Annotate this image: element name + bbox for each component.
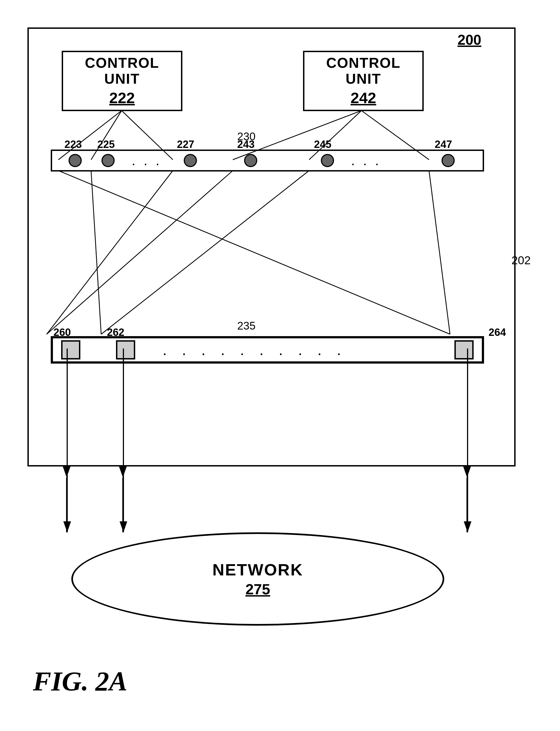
port-245 [321, 154, 334, 167]
label-260: 260 [53, 326, 71, 338]
cu-222-number: 222 [109, 89, 135, 107]
outer-box: 200 202 CONTROL UNIT 222 CONTROL UNIT 24… [27, 27, 516, 467]
network-label: NETWORK [213, 560, 303, 579]
dots-bus-middle: . . . . . . . . . . [163, 341, 346, 358]
label-223: 223 [64, 139, 82, 150]
cu-242-number: 242 [350, 89, 376, 107]
port-223 [69, 154, 82, 167]
diagram-container: 200 202 CONTROL UNIT 222 CONTROL UNIT 24… [16, 16, 538, 719]
dots-right: . . . [351, 152, 381, 168]
port-227 [184, 154, 197, 167]
label-bus-235: 235 [237, 320, 256, 332]
bus-230: . . . . . . [51, 149, 484, 171]
label-200: 200 [457, 32, 481, 48]
svg-line-9 [47, 171, 233, 334]
label-202: 202 [511, 254, 531, 267]
svg-line-7 [91, 171, 101, 334]
figure-label: FIG. 2A [33, 665, 128, 697]
label-227: 227 [177, 139, 194, 150]
node-260 [61, 340, 80, 359]
label-247: 247 [435, 139, 452, 150]
svg-line-10 [101, 171, 309, 334]
svg-line-6 [58, 171, 450, 334]
bus-235: . . . . . . . . . . [51, 336, 484, 363]
label-245: 245 [314, 139, 331, 150]
label-225: 225 [97, 139, 115, 150]
port-243 [244, 154, 257, 167]
svg-line-11 [429, 171, 450, 334]
control-unit-222: CONTROL UNIT 222 [62, 51, 182, 111]
dots-left: . . . [132, 152, 162, 168]
label-264: 264 [489, 326, 506, 338]
node-262 [116, 340, 135, 359]
network-number: 275 [245, 581, 270, 598]
node-264 [454, 340, 474, 359]
cu-242-label: CONTROL UNIT [310, 55, 417, 86]
label-bus-230: 230 [237, 130, 256, 143]
label-262: 262 [107, 326, 124, 338]
port-225 [101, 154, 115, 167]
control-unit-242: CONTROL UNIT 242 [303, 51, 424, 111]
network-ellipse: NETWORK 275 [71, 532, 444, 626]
cu-222-label: CONTROL UNIT [69, 55, 176, 86]
port-247 [442, 154, 455, 167]
svg-line-8 [47, 171, 173, 334]
